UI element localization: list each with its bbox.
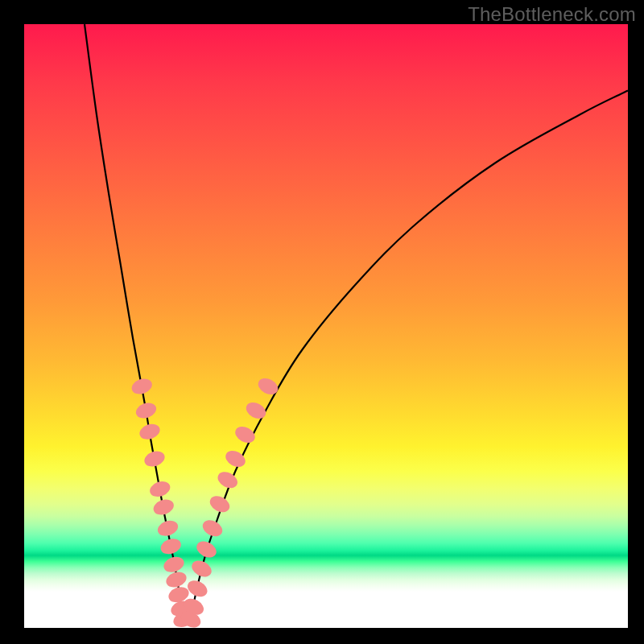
- marker-dot: [142, 448, 167, 469]
- marker-dot: [151, 497, 176, 518]
- marker-dot: [185, 577, 210, 600]
- marker-dot: [159, 536, 184, 557]
- marker-dot: [189, 557, 214, 580]
- chart-plot-area: [24, 24, 628, 628]
- marker-dot: [162, 554, 187, 575]
- chart-frame: TheBottleneck.com: [0, 0, 644, 644]
- curve-right-branch: [190, 91, 628, 622]
- marker-dot: [233, 423, 258, 446]
- marker-dot: [255, 375, 280, 398]
- marker-dot: [130, 376, 155, 397]
- marker-layer: [130, 375, 281, 628]
- chart-svg: [24, 24, 628, 628]
- marker-dot: [155, 518, 180, 539]
- watermark-text: TheBottleneck.com: [468, 3, 636, 26]
- marker-dot: [243, 399, 268, 422]
- marker-dot: [164, 569, 189, 590]
- marker-dot: [147, 479, 172, 500]
- marker-dot: [134, 400, 159, 421]
- marker-dot: [194, 538, 219, 560]
- marker-dot: [138, 421, 163, 442]
- marker-dot: [200, 517, 225, 539]
